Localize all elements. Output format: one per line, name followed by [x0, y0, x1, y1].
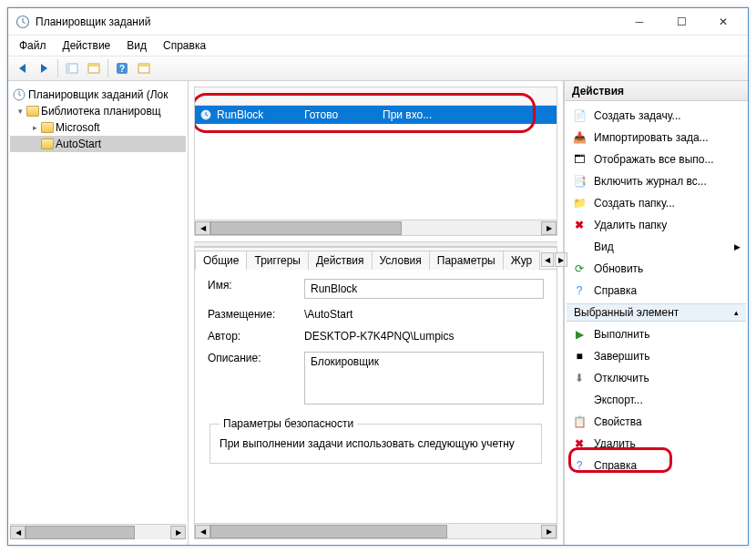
chevron-right-icon: ▶ [734, 242, 741, 251]
action-disable[interactable]: ⬇Отключить [567, 367, 746, 389]
back-button[interactable] [12, 58, 32, 78]
app-icon [15, 15, 30, 29]
actions-pane: Действия 📄Создать задачу... 📥Импортирова… [564, 81, 748, 545]
action-delete[interactable]: ✖Удалить [567, 433, 746, 455]
toolbar: ? [8, 56, 748, 81]
show-hide-tree-button[interactable] [62, 58, 82, 78]
security-text: При выполнении задачи использовать следу… [220, 437, 532, 450]
log-icon: 📑 [572, 174, 587, 189]
new-folder-icon: 📁 [572, 196, 587, 210]
folder-icon [41, 138, 54, 149]
tree-library[interactable]: ▾ Библиотека планировщ [10, 103, 186, 119]
create-task-icon: 📄 [572, 108, 587, 123]
task-list-header [195, 87, 557, 106]
disable-icon: ⬇ [572, 371, 587, 385]
tree-hscrollbar[interactable]: ◀▶ [10, 524, 186, 539]
maximize-button[interactable]: ☐ [660, 8, 702, 36]
actions-selected-header: Выбранный элемент ▴ [567, 303, 746, 322]
description-label: Описание: [208, 352, 295, 364]
tree-microsoft-label: Microsoft [56, 121, 100, 134]
name-value: RunBlock [304, 279, 544, 299]
forward-button[interactable] [34, 58, 54, 78]
author-value: DESKTOP-K7K4PNQ\Lumpics [304, 330, 544, 343]
details-hscrollbar[interactable]: ◀▶ [195, 523, 557, 538]
author-label: Автор: [208, 330, 295, 343]
content-area: Планировщик заданий (Лок ▾ Библиотека пл… [8, 81, 748, 545]
menu-view[interactable]: Вид [119, 37, 154, 54]
tab-journal[interactable]: Жур [503, 251, 540, 270]
menu-help[interactable]: Справка [156, 37, 213, 54]
tree-root-scheduler[interactable]: Планировщик заданий (Лок [10, 87, 186, 103]
menu-file[interactable]: Файл [12, 37, 54, 54]
description-value[interactable]: Блокировщик [304, 352, 544, 405]
menu-action[interactable]: Действие [56, 37, 118, 54]
action-help[interactable]: ?Справка [567, 280, 746, 302]
play-icon: ▶ [572, 327, 587, 342]
action-enable-log[interactable]: 📑Включить журнал вс... [567, 170, 746, 192]
action-export[interactable]: Экспорт... [567, 389, 746, 411]
window-title: Планировщик заданий [36, 15, 618, 28]
help-button[interactable]: ? [112, 58, 132, 78]
action-new-folder[interactable]: 📁Создать папку... [567, 192, 746, 214]
task-trigger-cell: При вхо... [383, 108, 432, 121]
task-name-cell: RunBlock [217, 108, 299, 121]
properties-icon: 📋 [572, 415, 587, 429]
export-list-button[interactable] [134, 58, 154, 78]
svg-rect-4 [88, 64, 99, 67]
titlebar: Планировщик заданий ─ ☐ ✕ [8, 8, 748, 36]
delete-x-icon: ✖ [572, 218, 587, 232]
actions-pane-header: Действия [565, 81, 748, 101]
task-row[interactable]: RunBlock Готово При вхо... [195, 106, 557, 124]
task-list[interactable]: RunBlock Готово При вхо... ◀▶ [194, 87, 557, 236]
middle-pane: RunBlock Готово При вхо... ◀▶ Общие Триг… [189, 81, 564, 545]
tab-general[interactable]: Общие [195, 251, 247, 270]
tab-triggers[interactable]: Триггеры [246, 251, 309, 270]
action-end[interactable]: ■Завершить [567, 345, 746, 367]
refresh-icon: ⟳ [572, 261, 587, 276]
actions-list: 📄Создать задачу... 📥Импортировать зада..… [565, 101, 748, 545]
task-scheduler-window: Планировщик заданий ─ ☐ ✕ Файл Действие … [7, 7, 749, 546]
minimize-button[interactable]: ─ [618, 8, 660, 36]
task-details: Общие Триггеры Действия Условия Параметр… [194, 247, 557, 539]
action-import-task[interactable]: 📥Импортировать зада... [567, 127, 746, 148]
action-show-running[interactable]: 🗔Отображать все выпо... [567, 148, 746, 170]
action-run[interactable]: ▶Выполнить [567, 323, 746, 345]
security-fieldset: Параметры безопасности При выполнении за… [209, 417, 542, 464]
tree-microsoft[interactable]: ▸ Microsoft [10, 119, 186, 136]
tab-actions[interactable]: Действия [308, 251, 373, 270]
tree-autostart-label: AutoStart [56, 138, 101, 150]
tasklist-hscrollbar[interactable]: ◀▶ [195, 220, 557, 235]
action-properties[interactable]: 📋Свойства [567, 411, 746, 433]
tree-root-label: Планировщик заданий (Лок [28, 88, 169, 101]
security-legend: Параметры безопасности [220, 417, 357, 430]
properties-button[interactable] [84, 58, 104, 78]
folder-icon [26, 106, 39, 117]
running-icon: 🗔 [572, 152, 587, 167]
action-create-task[interactable]: 📄Создать задачу... [567, 105, 746, 127]
delete-x-icon: ✖ [572, 436, 587, 451]
tab-params[interactable]: Параметры [429, 251, 504, 270]
location-value: \AutoStart [304, 308, 544, 321]
svg-rect-2 [66, 64, 70, 73]
folder-icon [41, 122, 54, 133]
action-view[interactable]: Вид▶ [567, 236, 746, 258]
tab-conditions[interactable]: Условия [372, 251, 430, 270]
stop-icon: ■ [572, 349, 587, 364]
clock-icon [12, 87, 26, 102]
help-icon: ? [572, 283, 587, 298]
detail-tabs: Общие Триггеры Действия Условия Параметр… [195, 248, 557, 270]
task-state-cell: Готово [304, 108, 377, 121]
action-delete-folder[interactable]: ✖Удалить папку [567, 214, 746, 236]
tree-pane: Планировщик заданий (Лок ▾ Библиотека пл… [8, 81, 189, 545]
menubar: Файл Действие Вид Справка [8, 36, 748, 56]
help-icon: ? [572, 458, 587, 473]
close-button[interactable]: ✕ [702, 8, 744, 36]
action-refresh[interactable]: ⟳Обновить [567, 258, 746, 280]
collapse-icon[interactable]: ▴ [734, 308, 739, 317]
tree-autostart[interactable]: AutoStart [10, 136, 186, 152]
chevron-down-icon: ▾ [15, 107, 25, 116]
import-icon: 📥 [572, 130, 587, 145]
location-label: Размещение: [208, 308, 295, 321]
chevron-right-icon: ▸ [30, 123, 39, 132]
action-help-2[interactable]: ?Справка [567, 455, 746, 476]
